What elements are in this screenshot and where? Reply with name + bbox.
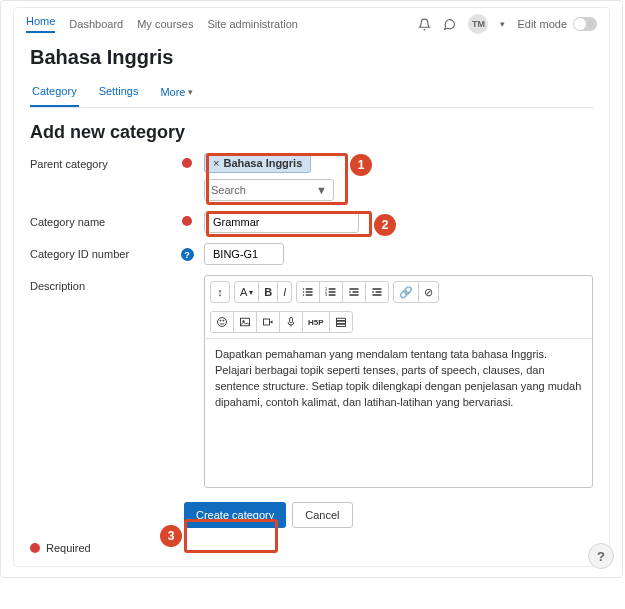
tab-more-label: More xyxy=(160,86,185,98)
tag-value: Bahasa Inggris xyxy=(223,157,302,169)
svg-text:3: 3 xyxy=(325,293,327,297)
create-category-button[interactable]: Create category xyxy=(184,502,286,528)
nav-site-admin[interactable]: Site administration xyxy=(207,18,298,30)
cancel-button[interactable]: Cancel xyxy=(292,502,352,528)
tab-category[interactable]: Category xyxy=(30,79,79,107)
toolbar-italic[interactable]: I xyxy=(277,282,291,302)
svg-rect-26 xyxy=(336,321,345,323)
toolbar-expand-icon[interactable]: ↕ xyxy=(210,281,230,303)
tab-settings[interactable]: Settings xyxy=(97,79,141,107)
toolbar-h5p[interactable]: H5P xyxy=(302,312,329,332)
svg-rect-15 xyxy=(373,288,382,290)
svg-rect-1 xyxy=(306,288,313,290)
svg-rect-5 xyxy=(306,294,313,296)
required-icon xyxy=(182,216,192,226)
svg-rect-25 xyxy=(336,318,345,320)
toolbar-outdent-icon[interactable] xyxy=(342,282,365,302)
chevron-down-icon: ▾ xyxy=(188,87,193,97)
help-icon[interactable]: ? xyxy=(181,248,194,261)
toolbar-unlink-icon[interactable]: ⊘ xyxy=(418,282,438,302)
toolbar-record-icon[interactable] xyxy=(279,312,302,332)
description-editor: ↕ A▾ B I 123 xyxy=(204,275,593,488)
svg-rect-17 xyxy=(373,294,382,296)
toolbar-bold[interactable]: B xyxy=(258,282,277,302)
required-icon xyxy=(30,543,40,553)
svg-point-19 xyxy=(220,320,221,321)
toolbar-manage-files-icon[interactable] xyxy=(329,312,352,332)
edit-mode-toggle[interactable] xyxy=(573,17,597,31)
svg-point-18 xyxy=(218,318,227,327)
notifications-icon[interactable] xyxy=(418,18,431,31)
svg-rect-12 xyxy=(350,288,359,290)
svg-point-2 xyxy=(303,291,305,293)
toolbar-emoji-icon[interactable] xyxy=(211,312,233,332)
description-label: Description xyxy=(30,275,170,292)
avatar[interactable]: TM xyxy=(468,14,488,34)
toolbar-ol-icon[interactable]: 123 xyxy=(319,282,342,302)
svg-rect-11 xyxy=(329,294,336,296)
toolbar-link-icon[interactable]: 🔗 xyxy=(394,282,418,302)
section-title: Add new category xyxy=(30,122,593,143)
svg-point-4 xyxy=(303,294,305,296)
required-note-text: Required xyxy=(46,542,91,554)
svg-rect-16 xyxy=(376,291,382,293)
category-id-label: Category ID number xyxy=(30,243,170,260)
category-id-input[interactable] xyxy=(204,243,284,265)
tab-more[interactable]: More ▾ xyxy=(158,79,195,107)
svg-rect-9 xyxy=(329,291,336,293)
messages-icon[interactable] xyxy=(443,18,456,31)
help-fab-button[interactable]: ? xyxy=(588,543,614,569)
tag-remove-icon[interactable]: × xyxy=(213,157,219,169)
parent-category-search[interactable]: Search ▼ xyxy=(204,179,334,201)
svg-rect-3 xyxy=(306,291,313,293)
svg-point-0 xyxy=(303,288,305,290)
parent-category-tag[interactable]: × Bahasa Inggris xyxy=(204,153,311,173)
toolbar-font-style[interactable]: A▾ xyxy=(235,282,258,302)
description-textarea[interactable]: Dapatkan pemahaman yang mendalam tentang… xyxy=(205,339,592,487)
required-icon xyxy=(182,158,192,168)
svg-rect-14 xyxy=(350,294,359,296)
svg-rect-13 xyxy=(353,291,359,293)
edit-mode-label: Edit mode xyxy=(517,18,567,30)
nav-my-courses[interactable]: My courses xyxy=(137,18,193,30)
svg-point-20 xyxy=(223,320,224,321)
category-name-label: Category name xyxy=(30,211,170,228)
svg-rect-21 xyxy=(241,318,250,326)
subtabs: Category Settings More ▾ xyxy=(30,79,593,108)
toolbar-ul-icon[interactable] xyxy=(297,282,319,302)
dropdown-icon: ▼ xyxy=(316,184,327,196)
category-name-input[interactable] xyxy=(204,211,359,233)
toolbar-image-icon[interactable] xyxy=(233,312,256,332)
svg-rect-24 xyxy=(290,318,293,323)
search-placeholder: Search xyxy=(211,184,246,196)
editor-toolbar: ↕ A▾ B I 123 xyxy=(205,276,592,339)
svg-rect-23 xyxy=(264,319,270,325)
page-title: Bahasa Inggris xyxy=(30,46,593,69)
parent-category-label: Parent category xyxy=(30,153,170,170)
top-navbar: Home Dashboard My courses Site administr… xyxy=(14,8,609,38)
chevron-down-icon[interactable]: ▾ xyxy=(500,19,505,29)
toolbar-video-icon[interactable] xyxy=(256,312,279,332)
svg-rect-7 xyxy=(329,288,336,290)
toolbar-indent-icon[interactable] xyxy=(365,282,388,302)
svg-rect-27 xyxy=(336,324,345,326)
nav-home[interactable]: Home xyxy=(26,15,55,33)
nav-dashboard[interactable]: Dashboard xyxy=(69,18,123,30)
